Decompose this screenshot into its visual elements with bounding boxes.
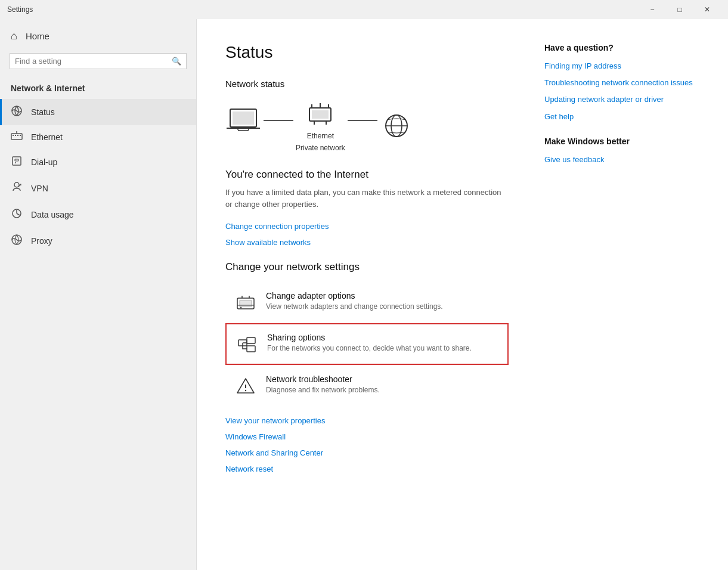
dialup-icon xyxy=(11,155,23,169)
svg-rect-27 xyxy=(247,337,255,343)
router-svg xyxy=(306,101,334,128)
adapter-options-icon xyxy=(235,292,256,314)
globe-svg xyxy=(380,113,413,140)
sidebar-item-vpn[interactable]: VPN xyxy=(0,175,196,202)
troubleshooter-icon xyxy=(235,376,256,397)
net-line-1 xyxy=(264,120,293,121)
network-diagram: PC Ethernet Private network xyxy=(225,101,509,152)
svg-rect-2 xyxy=(13,135,14,136)
ethernet-icon xyxy=(11,131,23,143)
svg-rect-3 xyxy=(15,135,16,136)
svg-rect-4 xyxy=(17,135,18,136)
adapter-options-desc: View network adapters and change connect… xyxy=(266,302,499,311)
network-reset-link[interactable]: Network reset xyxy=(225,464,509,473)
laptop-svg xyxy=(225,107,261,134)
windows-firewall-link[interactable]: Windows Firewall xyxy=(225,432,509,441)
sharing-options-text: Sharing options For the networks you con… xyxy=(267,333,498,352)
svg-rect-12 xyxy=(233,111,254,125)
sidebar-item-ethernet[interactable]: Ethernet xyxy=(0,125,196,149)
sidebar-item-label-vpn: VPN xyxy=(31,184,48,193)
question-title: Have a question? xyxy=(544,43,699,52)
svg-rect-5 xyxy=(20,135,21,136)
close-button[interactable]: ✕ xyxy=(693,0,721,19)
troubleshooter-desc: Diagnose and fix network problems. xyxy=(266,386,499,394)
show-networks-link[interactable]: Show available networks xyxy=(225,238,509,247)
sidebar-item-label-dialup: Dial-up xyxy=(31,157,57,167)
sidebar-item-datausage[interactable]: Data usage xyxy=(0,202,196,228)
sharing-options-item[interactable]: Sharing options For the networks you con… xyxy=(225,323,509,365)
ethernet-label: Ethernet xyxy=(307,132,334,140)
sidebar-item-label-ethernet: Ethernet xyxy=(31,132,63,142)
svg-rect-28 xyxy=(247,346,255,352)
right-panel: Have a question? Finding my IP address T… xyxy=(544,43,699,546)
give-feedback-link[interactable]: Give us feedback xyxy=(544,154,699,165)
feedback-title: Make Windows better xyxy=(544,137,699,146)
sidebar: ⌂ Home 🔍 Network & Internet Status xyxy=(0,19,197,570)
adapter-options-name: Change adapter options xyxy=(266,291,499,301)
titlebar-title: Settings xyxy=(7,5,639,14)
app-container: ⌂ Home 🔍 Network & Internet Status xyxy=(0,19,728,570)
sidebar-item-label-datausage: Data usage xyxy=(31,210,74,219)
datausage-icon xyxy=(11,207,23,222)
titlebar: Settings − □ ✕ xyxy=(0,0,728,19)
get-help-link[interactable]: Get help xyxy=(544,111,699,122)
sidebar-item-status[interactable]: Status xyxy=(0,99,196,125)
laptop-icon-container: PC xyxy=(225,107,261,146)
search-input[interactable] xyxy=(15,57,168,66)
minimize-button[interactable]: − xyxy=(639,0,666,19)
proxy-icon xyxy=(11,234,23,248)
main-content: Status Network status PC xyxy=(197,19,728,570)
sidebar-home-button[interactable]: ⌂ Home xyxy=(0,24,196,48)
sidebar-item-label-proxy: Proxy xyxy=(31,236,52,246)
home-label: Home xyxy=(26,31,49,41)
svg-point-25 xyxy=(240,307,242,309)
globe-icon-container xyxy=(380,113,413,140)
sidebar-item-dialup[interactable]: Dial-up xyxy=(0,149,196,175)
network-troubleshooter-item[interactable]: Network troubleshooter Diagnose and fix … xyxy=(225,366,509,405)
troubleshooter-name: Network troubleshooter xyxy=(266,374,499,384)
troubleshoot-link[interactable]: Troubleshooting network connection issue… xyxy=(544,78,699,88)
content-left: Status Network status PC xyxy=(225,43,509,546)
private-network-label: Private network xyxy=(296,144,345,152)
sidebar-item-proxy[interactable]: Proxy xyxy=(0,228,196,254)
update-adapter-link[interactable]: Updating network adapter or driver xyxy=(544,94,699,105)
adapter-options-item[interactable]: Change adapter options View network adap… xyxy=(225,283,509,322)
sidebar-section-title: Network & Internet xyxy=(0,79,196,99)
router-icon-container: Ethernet Private network xyxy=(296,101,345,152)
sharing-options-name: Sharing options xyxy=(267,333,498,342)
connected-desc: If you have a limited data plan, you can… xyxy=(225,187,509,210)
sidebar-item-label-status: Status xyxy=(31,107,55,117)
sharing-options-desc: For the networks you connect to, decide … xyxy=(267,344,498,352)
change-settings-title: Change your network settings xyxy=(225,261,509,273)
change-connection-link[interactable]: Change connection properties xyxy=(225,222,509,231)
svg-point-31 xyxy=(245,390,246,391)
maximize-button[interactable]: □ xyxy=(666,0,693,19)
connected-text: You're connected to the Internet xyxy=(225,169,509,181)
page-title: Status xyxy=(225,43,509,62)
vpn-icon xyxy=(11,181,23,196)
view-properties-link[interactable]: View your network properties xyxy=(225,416,509,425)
titlebar-controls: − □ ✕ xyxy=(639,0,721,19)
svg-rect-14 xyxy=(312,110,329,119)
svg-rect-1 xyxy=(11,134,22,140)
find-ip-link[interactable]: Finding my IP address xyxy=(544,61,699,72)
sidebar-search-box[interactable]: 🔍 xyxy=(10,53,187,69)
troubleshooter-text: Network troubleshooter Diagnose and fix … xyxy=(266,374,499,394)
search-icon: 🔍 xyxy=(172,57,181,66)
home-icon: ⌂ xyxy=(11,30,17,42)
adapter-options-text: Change adapter options View network adap… xyxy=(266,291,499,311)
sharing-options-icon xyxy=(236,334,258,355)
network-sharing-center-link[interactable]: Network and Sharing Center xyxy=(225,448,509,457)
net-line-2 xyxy=(348,120,377,121)
status-icon xyxy=(11,105,23,119)
network-status-title: Network status xyxy=(225,79,509,89)
